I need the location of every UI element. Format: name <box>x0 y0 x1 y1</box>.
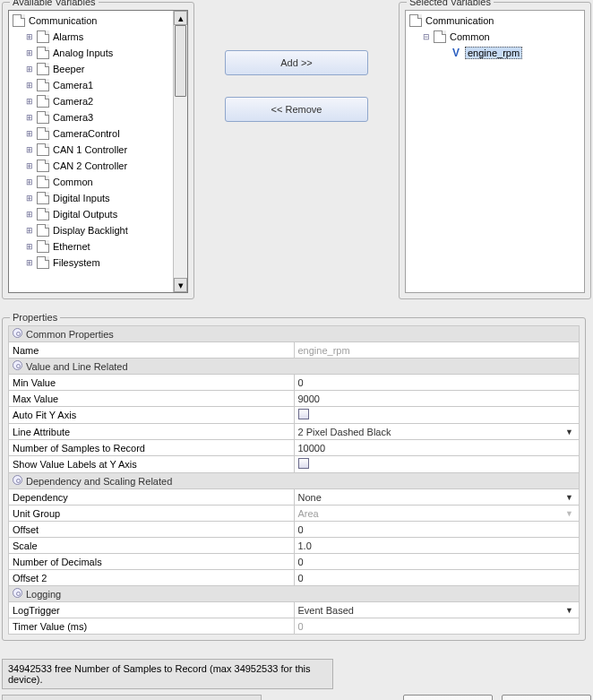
expand-handle-icon[interactable]: ⊞ <box>25 130 33 138</box>
samples-field[interactable]: 10000 <box>294 440 580 456</box>
prop-label: Name <box>9 342 295 359</box>
decimals-field[interactable]: 0 <box>294 554 580 570</box>
prop-label: Number of Decimals <box>9 554 295 570</box>
document-icon <box>37 30 49 43</box>
cancel-button[interactable]: Cancel <box>502 695 591 700</box>
document-icon <box>37 256 49 269</box>
expand-handle-icon[interactable]: ⊞ <box>25 114 33 122</box>
tree-item[interactable]: ⊞Common <box>9 174 173 190</box>
ok-button[interactable]: OK <box>403 695 493 700</box>
tree-item[interactable]: ⊞Camera2 <box>9 93 173 109</box>
chevron-down-icon: ▼ <box>565 509 573 518</box>
section-common: Common Properties <box>9 326 580 342</box>
document-icon <box>37 176 49 188</box>
prop-label: Auto Fit Y Axis <box>9 407 295 424</box>
checkbox-icon <box>298 409 309 419</box>
document-icon <box>37 95 49 108</box>
expand-handle-icon[interactable]: ⊞ <box>25 33 33 41</box>
line-attribute-dropdown[interactable]: 2 Pixel Dashed Black▼ <box>294 424 580 440</box>
expand-handle-icon[interactable]: ⊞ <box>25 227 33 235</box>
tree-item[interactable]: ⊞Display Backlight <box>9 222 173 238</box>
key-icon <box>13 328 22 338</box>
selected-tree[interactable]: Communication ⊟ Common ⊟ V engine_rpm <box>405 10 585 293</box>
expand-handle-icon[interactable]: ⊞ <box>25 49 33 57</box>
prop-label: Unit Group <box>9 506 295 522</box>
offset-field[interactable]: 0 <box>294 522 580 538</box>
section-value: Value and Line Related <box>9 359 580 375</box>
tree-item[interactable]: ⊞Analog Inputs <box>9 45 173 61</box>
tree-item[interactable]: Communication <box>9 13 173 29</box>
document-icon <box>37 240 49 253</box>
prop-label: Max Value <box>9 391 295 407</box>
properties-panel: Properties Common Properties Nameengine_… <box>2 317 586 641</box>
prop-label: Line Attribute <box>9 424 295 440</box>
prop-label: Dependency <box>9 489 295 506</box>
available-scrollbar[interactable]: ▴ ▾ <box>173 11 187 292</box>
document-icon <box>37 63 49 75</box>
prop-label: Number of Samples to Record <box>9 440 295 456</box>
expand-handle-icon[interactable]: ⊞ <box>25 211 33 219</box>
add-button[interactable]: Add >> <box>225 50 368 75</box>
tree-item-selected[interactable]: ⊟ V engine_rpm <box>406 45 584 61</box>
prop-label: Offset 2 <box>9 570 295 586</box>
tree-item[interactable]: Communication <box>406 13 584 29</box>
tree-item[interactable]: ⊞Beeper <box>9 61 173 77</box>
document-icon <box>37 47 49 59</box>
status-samples: 34942533 free Number of Samples to Recor… <box>2 659 333 689</box>
properties-title: Properties <box>10 312 60 323</box>
tree-item[interactable]: ⊞Ethernet <box>9 238 173 255</box>
section-dependency: Dependency and Scaling Related <box>9 473 580 489</box>
expand-handle-icon[interactable]: ⊞ <box>25 146 33 154</box>
prop-label: LogTrigger <box>9 602 295 618</box>
tree-item[interactable]: ⊞Digital Inputs <box>9 190 173 206</box>
name-value: engine_rpm <box>294 342 580 359</box>
tree-item[interactable]: ⊞Camera1 <box>9 77 173 93</box>
document-icon <box>409 14 422 27</box>
document-icon <box>37 127 49 140</box>
expand-handle-icon[interactable]: ⊞ <box>25 194 33 203</box>
document-icon <box>434 30 446 43</box>
autofit-checkbox[interactable] <box>294 407 580 424</box>
offset2-field[interactable]: 0 <box>294 570 580 586</box>
dependency-dropdown[interactable]: None▼ <box>294 489 580 506</box>
section-logging: Logging <box>9 586 580 602</box>
prop-label: Min Value <box>9 375 295 391</box>
expand-handle-icon[interactable]: ⊞ <box>25 82 33 90</box>
scale-field[interactable]: 1.0 <box>294 538 580 554</box>
tree-item[interactable]: ⊞CameraControl <box>9 125 173 142</box>
document-icon <box>37 192 49 204</box>
expand-handle-icon[interactable]: ⊞ <box>25 178 33 186</box>
tree-item[interactable]: ⊟ Common <box>406 29 584 45</box>
expand-handle-icon[interactable]: ⊞ <box>25 259 33 267</box>
expand-handle-icon[interactable]: ⊞ <box>25 162 33 170</box>
remove-button[interactable]: << Remove <box>225 97 368 122</box>
expand-handle-icon[interactable]: ⊞ <box>25 98 33 106</box>
document-icon <box>37 79 49 91</box>
selected-variable-label: engine_rpm <box>465 47 522 59</box>
tree-item[interactable]: ⊞Alarms <box>9 29 173 45</box>
tree-item[interactable]: ⊞Digital Outputs <box>9 206 173 222</box>
expand-handle-icon[interactable]: ⊞ <box>25 65 33 73</box>
document-icon <box>37 224 49 237</box>
max-value-field[interactable]: 9000 <box>294 391 580 407</box>
prop-label: Show Value Labels at Y Axis <box>9 456 295 473</box>
tree-item[interactable]: ⊞Filesystem <box>9 255 173 271</box>
available-tree[interactable]: Communication⊞Alarms⊞Analog Inputs⊞Beepe… <box>8 10 188 293</box>
min-value-field[interactable]: 0 <box>294 375 580 391</box>
selected-variables-panel: Selected Variables Communication ⊟ Commo… <box>399 2 591 299</box>
document-icon <box>37 208 49 220</box>
tree-item[interactable]: ⊞Camera3 <box>9 109 173 125</box>
document-icon <box>13 14 25 27</box>
expand-handle-icon[interactable]: ⊟ <box>422 33 430 41</box>
scroll-thumb[interactable] <box>175 25 186 97</box>
tree-item[interactable]: ⊞CAN 1 Controller <box>9 142 173 158</box>
selected-title: Selected Variables <box>407 0 494 7</box>
logtrigger-dropdown[interactable]: Event Based▼ <box>294 602 580 618</box>
tree-item[interactable]: ⊞CAN 2 Controller <box>9 158 173 174</box>
expand-handle-icon[interactable]: ⊞ <box>25 243 33 251</box>
scroll-down-button[interactable]: ▾ <box>174 278 187 292</box>
unit-group-dropdown: Area▼ <box>294 506 580 522</box>
status-variables: 7 more variable(s) can be added (max. 8 … <box>2 695 262 700</box>
show-labels-checkbox[interactable] <box>294 456 580 473</box>
scroll-up-button[interactable]: ▴ <box>174 11 187 25</box>
